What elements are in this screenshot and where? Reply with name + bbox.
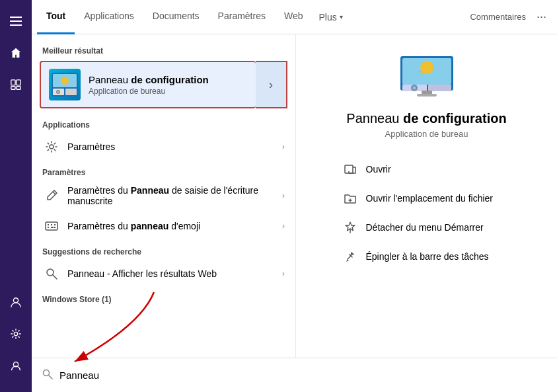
svg-point-17 <box>50 145 54 149</box>
right-panel-title: Panneau de configuration <box>346 111 506 126</box>
settings-icon[interactable] <box>0 318 32 350</box>
svg-point-12 <box>61 77 69 85</box>
unpin-icon <box>341 218 359 237</box>
settings-app-icon <box>42 137 61 156</box>
svg-point-8 <box>14 332 17 335</box>
open-action[interactable]: Ouvrir <box>341 155 513 184</box>
user-icon[interactable] <box>0 286 32 318</box>
search-bar <box>32 358 557 392</box>
account-icon[interactable] <box>0 350 32 381</box>
open-icon <box>341 160 359 178</box>
pen-icon <box>42 186 61 205</box>
chevron-down-icon: ▾ <box>340 13 343 20</box>
home-icon[interactable] <box>0 37 32 69</box>
content-area: Meilleur résultat <box>32 34 557 358</box>
svg-rect-35 <box>417 94 437 97</box>
svg-rect-4 <box>17 80 20 85</box>
sidebar <box>0 0 32 392</box>
best-result-subtitle: Application de bureau <box>89 87 248 96</box>
svg-rect-6 <box>17 87 20 90</box>
right-panel-subtitle: Application de bureau <box>385 129 468 139</box>
best-result-expand-button[interactable]: › <box>256 61 287 108</box>
tab-web[interactable]: Web <box>275 0 313 34</box>
tab-parametres[interactable]: Paramètres <box>209 0 275 34</box>
right-panel-actions: Ouvrir Ouvrir l'emplacement du fichier <box>341 155 513 271</box>
right-panel: Panneau de configuration Application de … <box>296 34 557 358</box>
svg-rect-34 <box>422 91 432 94</box>
parametres-emoji-item[interactable]: Paramètres du panneau d'emoji › <box>32 212 295 241</box>
parametres-saisie-text: Paramètres du Panneau de saisie de l'écr… <box>67 185 282 206</box>
hamburger-icon[interactable] <box>0 5 32 37</box>
parametres-app-text: Paramètres <box>67 141 282 152</box>
unpin-start-action[interactable]: Détacher du menu Démarrer <box>341 213 513 242</box>
search-input[interactable] <box>59 370 546 381</box>
svg-point-16 <box>57 91 59 93</box>
best-result-label: Meilleur résultat <box>32 40 295 58</box>
svg-rect-24 <box>54 227 56 228</box>
pin-icon <box>341 247 359 266</box>
suggestion-panneau-item[interactable]: Panneau - Afficher les résultats Web › <box>32 259 295 288</box>
tab-tout[interactable]: Tout <box>37 0 75 34</box>
tabbar: Tout Applications Documents Paramètres W… <box>32 0 557 34</box>
svg-point-7 <box>13 298 18 303</box>
svg-point-33 <box>412 87 416 90</box>
svg-rect-1 <box>10 20 22 22</box>
open-location-action[interactable]: Ouvrir l'emplacement du fichier <box>341 184 513 213</box>
left-panel: Meilleur résultat <box>32 34 296 358</box>
arrow-right-icon: › <box>282 269 285 278</box>
svg-rect-3 <box>11 80 15 85</box>
parametres-saisie-item[interactable]: Paramètres du Panneau de saisie de l'écr… <box>32 180 295 212</box>
applications-section-label: Applications <box>32 114 295 132</box>
control-panel-app-icon <box>49 69 81 100</box>
parametres-emoji-text: Paramètres du panneau d'emoji <box>67 221 282 231</box>
svg-rect-20 <box>51 224 52 225</box>
svg-line-26 <box>53 275 57 279</box>
svg-rect-0 <box>10 17 22 18</box>
svg-rect-21 <box>54 224 56 225</box>
keyboard-icon <box>42 217 61 235</box>
svg-rect-5 <box>11 87 15 90</box>
svg-rect-2 <box>10 24 22 26</box>
best-result-item[interactable]: Panneau de configuration Application de … <box>40 61 256 108</box>
more-options-button[interactable]: ··· <box>531 10 552 24</box>
parametres-app-item[interactable]: Paramètres › <box>32 132 295 161</box>
svg-point-41 <box>44 370 50 375</box>
svg-rect-18 <box>46 222 57 230</box>
main-panel: Tout Applications Documents Paramètres W… <box>32 0 557 392</box>
tab-documents[interactable]: Documents <box>143 0 209 34</box>
arrow-right-icon: › <box>269 78 273 92</box>
suggestion-panneau-text: Panneau - Afficher les résultats Web <box>67 268 282 279</box>
best-result-text: Panneau de configuration Application de … <box>89 74 248 96</box>
tab-plus[interactable]: Plus ▾ <box>313 0 350 34</box>
parametres-section-label: Paramètres <box>32 161 295 180</box>
best-result-title: Panneau de configuration <box>89 74 248 85</box>
search-icon <box>42 369 53 382</box>
svg-rect-22 <box>48 227 49 228</box>
svg-rect-23 <box>51 227 54 228</box>
suggestions-section-label: Suggestions de recherche <box>32 241 295 259</box>
windows-store-label: Windows Store (1) <box>32 288 295 307</box>
svg-point-29 <box>420 61 433 74</box>
tab-applications[interactable]: Applications <box>75 0 143 34</box>
svg-rect-31 <box>428 85 451 91</box>
arrow-right-icon: › <box>282 191 285 200</box>
control-panel-large-icon <box>397 54 457 100</box>
svg-rect-14 <box>65 89 77 95</box>
contact-icon[interactable] <box>0 69 32 100</box>
folder-icon <box>341 189 359 208</box>
arrow-right-icon: › <box>282 221 285 231</box>
arrow-right-icon: › <box>282 142 285 151</box>
search-icon <box>42 264 61 283</box>
pin-taskbar-action[interactable]: Épingler à la barre des tâches <box>341 242 513 271</box>
svg-rect-19 <box>48 224 49 225</box>
svg-line-42 <box>49 375 52 379</box>
feedback-button[interactable]: Commentaires <box>464 12 531 22</box>
